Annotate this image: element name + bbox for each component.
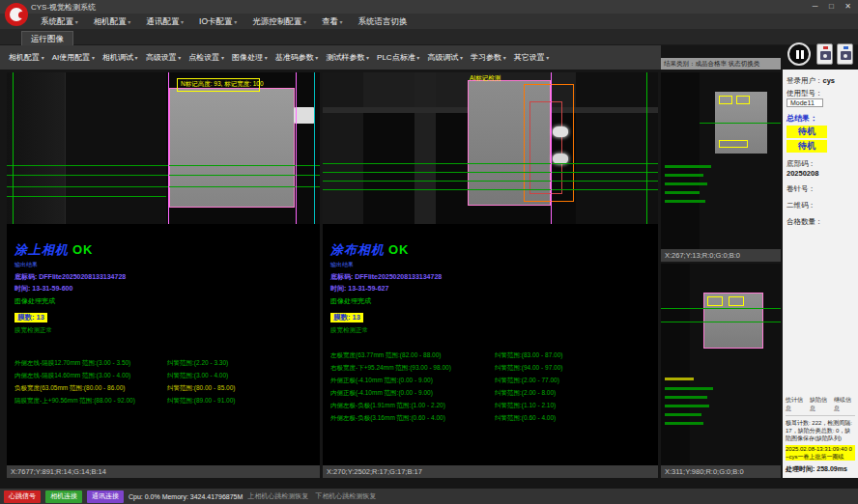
- edge-line: [551, 72, 552, 224]
- upper-camera-button[interactable]: [816, 43, 833, 65]
- pixel-coord-readout-thumb-bottom: X:311;Y:980;R:0;G:0;B:0: [661, 465, 781, 478]
- machine-column-shape: [415, 72, 436, 224]
- camera-view-left[interactable]: N标记高度: 93, 标记宽度: 100 涂上相机OK 输出结果 底标码: DF…: [7, 72, 320, 478]
- menu-item-system-config[interactable]: 系统配置: [33, 14, 86, 30]
- tool-learning-params[interactable]: 学习参数: [467, 49, 510, 66]
- camera-image-right: AI标记检测: [323, 72, 658, 224]
- total-result-label: 总结果：: [786, 113, 854, 124]
- pause-button[interactable]: [787, 42, 811, 66]
- measure-row: 左极宽度(63.77mm 范围:(82.00 - 88.00)纠警范围:(83.…: [330, 349, 656, 361]
- machine-column-shape: [323, 72, 363, 224]
- timestamp-text: 时间: 13-31-59-600: [14, 284, 318, 294]
- login-user-label: 登录用户：: [786, 76, 823, 85]
- tool-advanced-settings[interactable]: 高级设置: [142, 49, 186, 66]
- guide-line: [323, 189, 658, 190]
- app-window: CYS-视觉检测系统 ─ □ ✕ 系统配置 相机配置 通讯配置 IO卡配置 光源…: [0, 0, 858, 504]
- film-count-badge: 膜数: 13: [14, 313, 47, 322]
- stats-summary-text: 极耳计数: 222，检测间隔: 17，缺陷分类总数: 0，缺陷图像保存(缺陷队列…: [786, 419, 855, 442]
- camera-icon: [844, 46, 848, 49]
- menu-item-language-switch[interactable]: 系统语言切换: [351, 14, 415, 30]
- result-text-lines: [665, 413, 701, 416]
- measurement-rows: 外侧左线-隔膜12.70mm 范围:(3.00 - 3.50)纠警范围:(2.2…: [14, 356, 318, 406]
- warn-range: 纠警范围:(94.00 - 97.00): [495, 361, 562, 374]
- tool-advanced-debug[interactable]: 高级调试: [423, 49, 467, 66]
- tool-image-process[interactable]: 图像处理: [228, 49, 272, 66]
- model-select[interactable]: Mode11: [786, 98, 823, 107]
- qr-code-field: 二维码：: [786, 201, 854, 210]
- close-icon[interactable]: ✕: [840, 0, 856, 13]
- warn-range: 纠警范围:(2.20 - 3.30): [167, 356, 228, 369]
- result-text-lines: [665, 165, 711, 168]
- menu-item-light-config[interactable]: 光源控制配置: [244, 14, 314, 30]
- guide-line: [7, 175, 320, 176]
- window-title: CYS-视觉检测系统: [31, 2, 96, 13]
- measure-row: 右极宽度-下+95.24mm 范围:(93.00 - 98.00)纠警范围:(9…: [330, 361, 656, 374]
- tool-ai-config[interactable]: AI使用配置: [48, 49, 99, 66]
- machine-column-shape: [65, 72, 166, 224]
- app-logo-icon: [5, 3, 28, 26]
- comm-connection-badge: 通讯连接: [87, 490, 124, 503]
- measure-row: 外侧左极-负极(3.16mm 范围:(0.60 - 4.00)纠警范围:(0.6…: [330, 411, 656, 424]
- toolbar: 相机配置 AI使用配置 相机调试 高级设置 点检设置 图像处理 基准码参数 测试…: [0, 45, 661, 70]
- thumbnail-image-bottom: [661, 264, 781, 465]
- menu-item-camera-config[interactable]: 相机配置: [86, 14, 139, 30]
- measure-value: 内侧正极(-4.10mm 范围:(0.00 - 9.00): [330, 386, 495, 399]
- lower-camera-button[interactable]: [837, 43, 853, 65]
- measure-value: 负极宽度(63.05mm 范围:(80.00 - 86.00): [14, 381, 167, 394]
- guide-line: [661, 322, 781, 322]
- minimize-icon[interactable]: ─: [807, 0, 823, 13]
- titlebar: CYS-视觉检测系统 ─ □ ✕: [0, 0, 858, 14]
- measure-row: 内侧正极(-4.10mm 范围:(0.00 - 9.00)纠警范围:(2.00 …: [330, 386, 656, 399]
- camera-icon: [823, 46, 828, 49]
- thumbnail-view-bottom[interactable]: X:311;Y:980;R:0;G:0;B:0: [661, 264, 781, 478]
- result-type-strip: 结果类别：成品合格率 状态切换类: [661, 58, 781, 70]
- measure-row: 负极宽度(63.05mm 范围:(80.00 - 86.00)纠警范围:(80.…: [14, 381, 318, 394]
- guide-line: [661, 308, 781, 309]
- process-time-text: 处理时间: 258.09ms: [786, 464, 855, 474]
- measure-value: 内侧左线-隔膜14.60mm 范围:(3.00 - 4.00): [14, 369, 167, 381]
- edge-line: [646, 72, 647, 224]
- tab-continue[interactable]: 继续信息: [834, 396, 855, 413]
- highlight-blob-shape: [553, 126, 568, 137]
- camera-result-title: 涂布相机OK: [330, 241, 656, 259]
- warn-range: 纠警范围:(3.00 - 4.00): [167, 369, 228, 381]
- tool-plc-standard[interactable]: PLC点标准: [373, 49, 423, 66]
- measure-row: 外侧正极(-4.10mm 范围:(0.00 - 9.00)纠警范围:(2.00 …: [330, 374, 656, 386]
- tab-defects[interactable]: 缺陷信息: [810, 396, 831, 413]
- window-controls: ─ □ ✕: [807, 0, 856, 13]
- process-status-text: 图像处理完成: [14, 296, 318, 306]
- statistics-block: 统计信息 缺陷信息 继续信息 极耳计数: 222，检测间隔: 17，缺陷分类总数…: [786, 396, 855, 474]
- marker-overlay-label: N标记高度: 93, 标记宽度: 100: [181, 80, 264, 89]
- result-text-lines: [665, 422, 703, 425]
- thumbnail-view-top[interactable]: X:267;Y:13;R:0;G:0;B:0: [661, 72, 781, 262]
- heartbeat-log-text: 上相机心跳检测恢复 下相机心跳检测恢复: [247, 491, 376, 501]
- tool-spot-check[interactable]: 点检设置: [185, 49, 228, 66]
- measure-value: 左极宽度(63.77mm 范围:(82.00 - 88.00): [330, 349, 495, 361]
- tool-camera-debug[interactable]: 相机调试: [99, 49, 142, 66]
- camera-lens-icon: [844, 54, 847, 58]
- menu-item-view[interactable]: 查看: [314, 14, 351, 30]
- tool-benchmark-params[interactable]: 基准码参数: [272, 49, 323, 66]
- model-row: 使用型号： Mode11: [786, 89, 854, 107]
- result-text-lines: [665, 396, 707, 399]
- maximize-icon[interactable]: □: [823, 0, 840, 13]
- tool-camera-config[interactable]: 相机配置: [5, 49, 48, 66]
- tool-test-params[interactable]: 测试样参数: [322, 49, 373, 66]
- menu-item-io-config[interactable]: IO卡配置: [191, 14, 244, 30]
- barcode-text: 底标码: DFFlite20250208133134728: [330, 272, 656, 282]
- menu-item-comm-config[interactable]: 通讯配置: [138, 14, 191, 30]
- tab-strip: 运行图像: [0, 29, 858, 45]
- ai-overlay-label: AI标记检测: [470, 74, 500, 83]
- camera-view-right[interactable]: AI标记检测 涂布相机OK 输出结果 底标码: DFFlite202502081…: [323, 72, 658, 478]
- measure-value: 外侧正极(-4.10mm 范围:(0.00 - 9.00): [330, 374, 495, 386]
- tab-connector-shape: [294, 107, 315, 124]
- film-count-badge: 膜数: 13: [330, 313, 363, 322]
- side-info-panel: 登录用户：cys 使用型号： Mode11 总结果： 待机 待机 底部码： 20…: [783, 70, 858, 478]
- field-label: 合格数量：: [786, 217, 823, 226]
- film-note-text: 膜宽检测正常: [330, 326, 656, 335]
- result-text-lines: [665, 378, 694, 380]
- guide-line: [7, 186, 320, 187]
- tab-statistics[interactable]: 统计信息: [786, 396, 807, 413]
- marker-roi-box: [719, 140, 748, 148]
- tool-other-settings[interactable]: 其它设置: [510, 49, 554, 66]
